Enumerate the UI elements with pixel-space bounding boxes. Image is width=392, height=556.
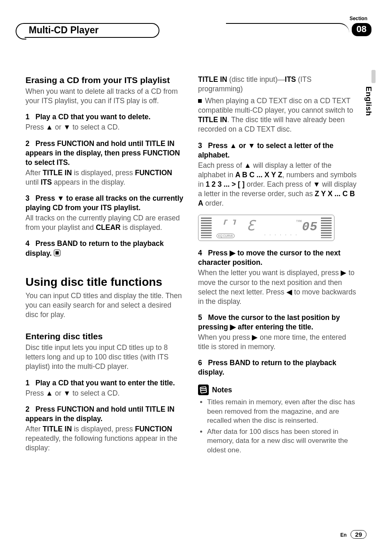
down-icon: ▼ [63,389,70,397]
right-step3-body: Each press of ▲ will display a letter of… [198,161,357,208]
section-label: Section [350,16,367,21]
right-column: TITLE IN (disc title input)—ITS (ITS pro… [198,75,357,456]
erase-step1-body: Press ▲ or ▼ to select a CD. [25,123,185,132]
enter-step2-head: 2 Press FUNCTION and hold until TITLE IN… [25,405,185,424]
enter-step1-head: 1 Play a CD that you want to enter the t… [25,378,185,388]
erase-step3-body: All tracks on the currently playing CD a… [25,213,185,232]
erase-step1-head: 1 Play a CD that you want to delete. [25,112,185,122]
footer-page-number: 29 [350,530,367,539]
right-icon: ▶ [230,323,236,331]
up-icon: ▲ [46,123,53,131]
right-icon: ▶ [252,333,258,341]
section-number-badge: 08 [352,23,371,36]
erase-step2-body: After TITLE IN is displayed, press FUNCT… [25,168,185,187]
chapter-tab: Multi-CD Player [25,23,159,38]
enter-step1-body: Press ▲ or ▼ to select a CD. [25,389,185,398]
end-section-icon [54,250,60,256]
notes-icon [198,385,209,395]
notes-list: Titles remain in memory, even after the … [198,398,357,455]
lcd-dots: . . . . . . . [264,231,298,237]
title-in-line: TITLE IN (disc title input)—ITS (ITS pro… [198,75,357,94]
cdtext-note: When playing a CD TEXT disc on a CD TEXT… [198,96,357,134]
up-icon: ▲ [230,141,237,150]
heading-entering: Entering disc titles [25,331,185,341]
enter-step2-body: After TITLE IN is displayed, press FUNCT… [25,424,185,453]
right-icon: ▶ [230,249,235,257]
chapter-title: Multi-CD Player [27,24,159,36]
page-header: Section 08 Multi-CD Player [16,15,392,39]
right-step5-body: When you press ▶ one more time, the ente… [198,333,357,352]
down-icon: ▼ [63,123,70,131]
notes-label: Notes [212,385,232,395]
lcd-display-illustration: EQ CURVE ⸢⸣ Ɛ . . . . . . . TRK05 [198,215,334,241]
notes-heading: Notes [198,385,357,395]
left-icon: ◀ [286,288,292,296]
lcd-right-bars-icon [321,218,332,238]
lcd-char-glyph: ⸢⸣ Ɛ [219,218,256,236]
erase-step3-head: 3 Press ▼ to erase all tracks on the cur… [25,194,185,213]
header-decor-curve [226,23,349,37]
right-step4-body: When the letter you want is displayed, p… [198,268,357,306]
right-icon: ▶ [341,269,346,277]
page-footer: En 29 [340,530,367,539]
content-columns: Erasing a CD from your ITS playlist When… [25,75,362,456]
left-column: Erasing a CD from your ITS playlist When… [25,75,185,456]
language-tab: English [364,86,373,116]
down-icon: ▼ [313,180,320,188]
right-step3-head: 3 Press ▲ or ▼ to select a letter of the… [198,141,357,160]
erase-step2-head: 2 Press FUNCTION and hold until TITLE IN… [25,139,185,167]
erase-step4-head: 4 Press BAND to return to the playback d… [25,239,185,258]
heading-erase: Erasing a CD from your ITS playlist [25,75,185,85]
right-step5-head: 5 Move the cursor to the last position b… [198,313,357,332]
lcd-track: TRK05 [296,219,318,236]
list-item: Titles remain in memory, even after the … [207,398,357,425]
using-intro: You can input CD titles and display the … [25,291,185,320]
down-icon: ▼ [57,194,64,202]
down-icon: ▼ [248,141,255,150]
square-bullet-icon [198,99,202,103]
footer-lang: En [340,532,346,538]
up-icon: ▲ [46,389,53,397]
erase-intro: When you want to delete all tracks of a … [25,87,185,106]
lcd-left-bars-icon [201,218,212,238]
right-step6-head: 6 Press BAND to return to the playback d… [198,358,357,377]
language-indicator-bar [371,70,376,83]
up-icon: ▲ [244,161,251,169]
heading-using: Using disc title functions [25,276,185,289]
right-step4-head: 4 Press ▶ to move the cursor to the next… [198,248,357,267]
entering-intro: Disc title input lets you input CD title… [25,343,185,371]
list-item: After data for 100 discs has been stored… [207,427,357,455]
